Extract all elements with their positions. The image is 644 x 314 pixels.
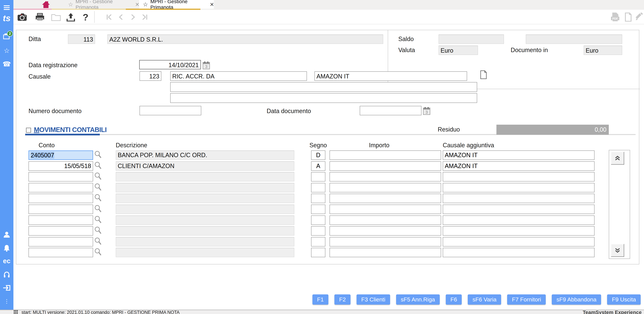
saldo-label: Saldo [398,35,414,42]
importo-input[interactable] [330,172,441,181]
documento-in-field[interactable]: Euro [584,45,622,55]
ec-logo-icon[interactable]: ec [0,257,14,265]
home-tab[interactable] [27,0,65,9]
calendar-icon[interactable]: 3 [423,107,430,116]
fkey-sf6-varia[interactable]: sF6 Varia [468,295,501,305]
tab-star-icon[interactable]: ☆ [143,1,148,8]
account-search-icon[interactable] [94,172,103,181]
fkey-f1[interactable]: F1 [312,295,328,305]
valuta-field[interactable]: Euro [438,45,478,55]
movimenti-checkbox[interactable] [26,128,31,133]
account-search-icon[interactable] [94,205,103,214]
causale-code-field[interactable]: 123 [140,71,161,81]
account-search-icon[interactable] [94,183,103,192]
segno-field[interactable] [311,172,325,181]
tab-mpri-inactive[interactable]: ☆ MPRI - Gestione Primanota × [65,0,139,9]
tab-close-icon[interactable]: × [135,2,139,7]
segno-field[interactable]: D [311,150,325,160]
causale-aggiuntiva-input[interactable] [443,226,594,236]
scroll-down-button[interactable] [611,244,624,257]
fkey-sf9-abbandona[interactable]: sF9 Abbandona [552,295,601,305]
importo-input[interactable] [330,150,441,160]
fkey-f3-clienti[interactable]: F3 Clienti [356,295,390,305]
segno-field[interactable] [311,248,325,257]
segno-field[interactable] [311,226,325,236]
numero-documento-field[interactable] [140,106,201,115]
segno-field[interactable] [311,237,325,247]
causale-aggiuntiva-input[interactable]: AMAZON IT [443,161,594,171]
importo-input[interactable] [330,237,441,247]
importo-input[interactable] [330,248,441,257]
segno-field[interactable]: A [311,161,325,171]
tab-star-icon[interactable]: ☆ [68,1,73,8]
account-search-icon[interactable] [94,150,103,160]
importo-input[interactable] [330,194,441,203]
data-registrazione-field[interactable]: 14/10/2021 [139,60,201,69]
conto-input[interactable] [28,237,93,247]
account-search-icon[interactable] [94,216,103,225]
note-document-icon[interactable] [480,70,487,80]
help-icon[interactable]: ? [80,12,90,22]
ditta-code-field[interactable]: 113 [68,34,95,44]
conto-input[interactable] [28,194,93,203]
logout-icon[interactable] [0,285,14,292]
scroll-up-button[interactable] [611,152,624,165]
account-search-icon[interactable] [94,237,103,247]
importo-input[interactable] [330,205,441,214]
conto-input[interactable]: 15/05/518 [28,161,93,171]
workspace-icon[interactable]: 2 [0,33,14,40]
causale-aggiuntiva-input[interactable] [443,205,594,214]
segno-field[interactable] [311,205,325,214]
fkey-f9-uscita[interactable]: F9 Uscita [607,295,641,305]
app-grid-icon[interactable] [14,310,18,314]
account-search-icon[interactable] [94,226,103,236]
phone-contact-icon[interactable]: ☎ [0,61,14,67]
causale-note-row-2[interactable] [170,82,477,92]
causale-desc-field[interactable]: RIC. ACCR. DA [170,71,307,81]
favorites-star-icon[interactable]: ☆ [0,47,14,54]
causale-aggiuntiva-input[interactable] [443,248,594,257]
user-profile-icon[interactable] [0,231,14,239]
conto-input[interactable] [28,216,93,225]
importo-input[interactable] [330,183,441,192]
fkey-sf5-ann-riga[interactable]: sF5 Ann.Riga [396,295,440,305]
importo-input[interactable] [330,161,441,171]
menu-hamburger-icon[interactable] [0,4,14,11]
segno-field[interactable] [311,183,325,192]
segno-field[interactable] [311,194,325,203]
upload-export-icon[interactable] [66,12,76,22]
account-search-icon[interactable] [94,161,103,171]
importo-input[interactable] [330,216,441,225]
conto-input[interactable]: 2405007 [28,150,93,160]
support-headset-icon[interactable] [0,271,14,279]
causale-aggiuntiva-input[interactable]: AMAZON IT [443,150,594,160]
causale-aggiuntiva-input[interactable] [443,216,594,225]
causale-aggiuntiva-input[interactable] [443,237,594,247]
importo-input[interactable] [330,226,441,236]
notifications-bell-icon[interactable] [0,244,14,252]
fkey-f2[interactable]: F2 [334,295,350,305]
account-search-icon[interactable] [94,194,103,203]
tab-mpri-active[interactable]: ☆ MPRI - Gestione Primanota × [139,0,214,9]
fkey-f7-fornitori[interactable]: F7 Fornitori [507,295,546,305]
causale-aggiuntiva-input[interactable] [443,172,594,181]
camera-snapshot-icon[interactable] [17,12,27,22]
conto-input[interactable] [28,172,93,181]
causale-aggiuntiva-input[interactable] [443,194,594,203]
print-icon[interactable] [35,12,45,22]
title-rest: OVIMENTI CONTABILI [39,126,106,133]
conto-input[interactable] [28,226,93,236]
home-icon [42,1,50,8]
conto-input[interactable] [28,248,93,257]
conto-input[interactable] [28,205,93,214]
account-search-icon[interactable] [94,248,103,257]
data-documento-field[interactable] [360,106,422,115]
conto-input[interactable] [28,183,93,192]
causale-aggiuntiva-input[interactable] [443,183,594,192]
causale-extra-field[interactable]: AMAZON IT [314,71,467,81]
calendar-icon[interactable]: 3 [202,61,210,70]
segno-field[interactable] [311,216,325,225]
tab-close-icon[interactable]: × [210,2,214,7]
causale-note-row-3[interactable] [170,93,477,103]
fkey-f6[interactable]: F6 [446,295,462,305]
